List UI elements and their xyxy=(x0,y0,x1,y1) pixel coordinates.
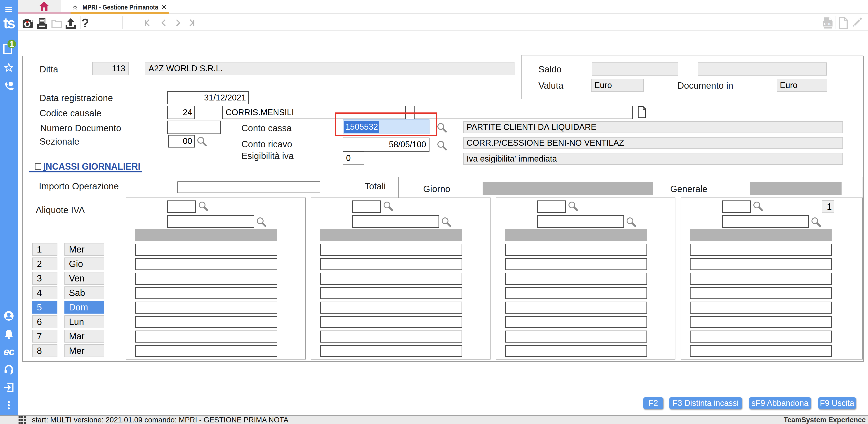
day-name-5[interactable]: Dom xyxy=(64,301,104,314)
codice-causale-extra-field[interactable] xyxy=(414,106,633,119)
importo-row[interactable] xyxy=(320,287,462,299)
aliquota-code-search-icon[interactable] xyxy=(197,201,209,213)
importo-row[interactable] xyxy=(505,302,647,314)
importo-row[interactable] xyxy=(320,258,462,270)
aliquota-code-search-icon[interactable] xyxy=(752,201,764,213)
aliquota-descr-field[interactable] xyxy=(167,215,254,228)
esigibilita-iva-field[interactable]: 0 xyxy=(343,151,364,165)
day-name-3[interactable]: Ven xyxy=(64,272,104,285)
day-name-4[interactable]: Sab xyxy=(64,286,104,299)
importo-row[interactable] xyxy=(505,331,647,343)
help-icon[interactable]: ? xyxy=(81,16,89,30)
tab-home[interactable] xyxy=(18,0,70,12)
importo-row[interactable] xyxy=(135,331,277,343)
attachment-document-icon[interactable] xyxy=(637,106,647,118)
importo-row[interactable] xyxy=(135,258,277,270)
importo-row[interactable] xyxy=(690,244,832,256)
importo-row[interactable] xyxy=(135,244,277,256)
importo-row[interactable] xyxy=(505,345,647,357)
codice-causale-code-field[interactable]: 24 xyxy=(167,106,195,119)
aliquota-code-field[interactable] xyxy=(537,200,566,213)
conto-ricavo-search-icon[interactable] xyxy=(436,140,448,152)
importo-row[interactable] xyxy=(320,273,462,285)
day-name-7[interactable]: Mar xyxy=(64,330,104,343)
aliquota-code-search-icon[interactable] xyxy=(382,201,394,213)
aliquota-code-field[interactable] xyxy=(722,200,751,213)
tab-mpri[interactable]: MPRI - Gestione Primanota xyxy=(70,0,168,12)
numero-documento-field[interactable] xyxy=(167,121,221,134)
importo-row[interactable] xyxy=(505,258,647,270)
ditta-name-field[interactable]: A2Z WORLD S.R.L. xyxy=(145,62,515,75)
day-number-5[interactable]: 5 xyxy=(32,301,57,314)
first-record-icon[interactable] xyxy=(143,19,151,27)
importo-row[interactable] xyxy=(690,345,832,357)
next-record-icon[interactable] xyxy=(174,19,182,27)
aliquota-code-field[interactable] xyxy=(167,200,196,213)
tab-star-icon[interactable] xyxy=(72,5,78,10)
conto-cassa-search-icon[interactable] xyxy=(436,122,448,134)
day-name-1[interactable]: Mer xyxy=(64,243,104,256)
day-number-8[interactable]: 8 xyxy=(32,344,57,357)
button-sf9-abbandona[interactable]: sF9 Abbandona xyxy=(749,397,811,409)
aliquota-code-field[interactable] xyxy=(352,200,381,213)
importo-row[interactable] xyxy=(135,316,277,328)
documento-in-field[interactable]: Euro xyxy=(777,79,827,92)
last-record-icon[interactable] xyxy=(188,19,196,27)
bell-icon[interactable] xyxy=(0,329,18,339)
aliquota-code-search-icon[interactable] xyxy=(567,201,579,213)
button-f9-uscita[interactable]: F9 Uscita xyxy=(818,397,856,409)
importo-row[interactable] xyxy=(135,287,277,299)
importo-row[interactable] xyxy=(690,273,832,285)
menu-icon[interactable] xyxy=(0,7,18,12)
aliquota-descr-field[interactable] xyxy=(722,215,809,228)
conto-ricavo-field[interactable]: 58/05/100 xyxy=(343,138,430,151)
day-name-6[interactable]: Lun xyxy=(64,315,104,328)
aliquota-descr-search-icon[interactable] xyxy=(810,217,822,228)
incassi-checkbox[interactable] xyxy=(35,163,41,170)
ditta-code-field[interactable]: 113 xyxy=(92,62,129,75)
importo-row[interactable] xyxy=(135,273,277,285)
grid-icon[interactable] xyxy=(19,416,26,424)
importo-row[interactable] xyxy=(135,345,277,357)
aliquota-descr-search-icon[interactable] xyxy=(625,217,637,228)
phone-contact-icon[interactable] xyxy=(0,81,18,91)
sezionale-search-icon[interactable] xyxy=(196,136,208,148)
importo-row[interactable] xyxy=(505,273,647,285)
day-number-2[interactable]: 2 xyxy=(32,257,57,270)
importo-row[interactable] xyxy=(690,316,832,328)
importo-row[interactable] xyxy=(690,287,832,299)
ec-logo[interactable]: ec xyxy=(0,346,18,357)
importo-operazione-field[interactable] xyxy=(178,181,320,193)
tab-close-icon[interactable] xyxy=(162,5,166,9)
edit-pencil-icon[interactable] xyxy=(851,17,863,29)
importo-row[interactable] xyxy=(320,302,462,314)
exit-icon[interactable] xyxy=(0,383,18,392)
importo-row[interactable] xyxy=(690,302,832,314)
day-name-2[interactable]: Gio xyxy=(64,257,104,270)
upload-icon[interactable] xyxy=(66,18,76,29)
folder-icon[interactable] xyxy=(51,19,62,28)
camera-icon[interactable] xyxy=(22,19,33,29)
importo-row[interactable] xyxy=(505,244,647,256)
importo-row[interactable] xyxy=(320,316,462,328)
importo-row[interactable] xyxy=(690,258,832,270)
document-icon[interactable] xyxy=(839,17,848,29)
star-icon[interactable] xyxy=(0,63,18,72)
day-name-8[interactable]: Mer xyxy=(64,344,104,357)
button-f3-distinta-incassi[interactable]: F3 Distinta incassi xyxy=(669,397,742,409)
aliquota-descr-field[interactable] xyxy=(537,215,624,228)
day-number-6[interactable]: 6 xyxy=(32,315,57,328)
button-f2[interactable]: F2 xyxy=(643,397,663,409)
previous-record-icon[interactable] xyxy=(160,19,168,27)
documents-badge-icon[interactable]: 1 xyxy=(0,39,18,55)
importo-row[interactable] xyxy=(135,302,277,314)
importo-row[interactable] xyxy=(505,316,647,328)
pdf-icon[interactable]: PDF xyxy=(823,17,833,29)
more-dots-icon[interactable] xyxy=(0,401,18,410)
importo-row[interactable] xyxy=(320,345,462,357)
importo-row[interactable] xyxy=(320,244,462,256)
headset-icon[interactable] xyxy=(0,364,18,375)
teamsystem-logo[interactable]: ts xyxy=(0,16,18,30)
sezionale-field[interactable]: 00 xyxy=(168,135,195,147)
aliquota-descr-field[interactable] xyxy=(352,215,439,228)
